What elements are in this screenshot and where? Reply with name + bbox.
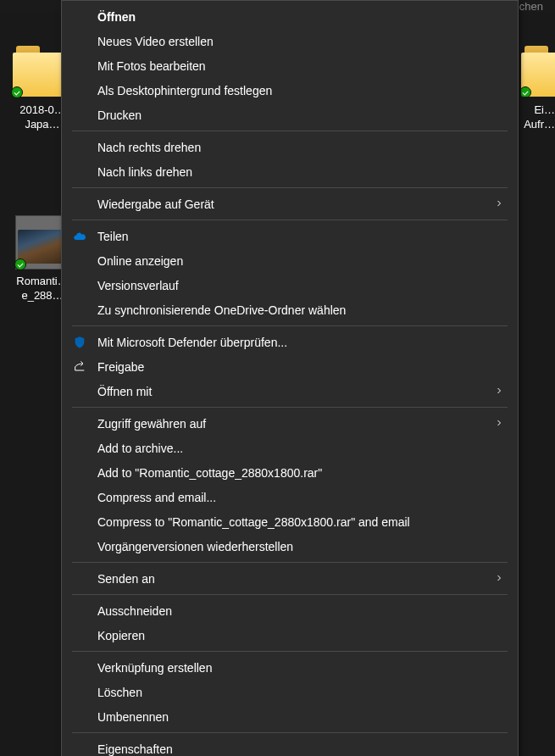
menu-delete[interactable]: Löschen bbox=[62, 680, 518, 704]
menu-copy[interactable]: Kopieren bbox=[62, 623, 518, 648]
menu-share[interactable]: Freigabe bbox=[62, 354, 518, 379]
menu-view-online[interactable]: Online anzeigen bbox=[62, 248, 518, 273]
cloud-icon bbox=[72, 229, 87, 244]
menu-separator bbox=[72, 562, 508, 563]
folder-icon bbox=[521, 46, 555, 97]
menu-open-with[interactable]: Öffnen mit bbox=[62, 379, 518, 403]
menu-separator bbox=[72, 187, 508, 188]
share-icon bbox=[72, 359, 87, 375]
menu-rotate-left[interactable]: Nach links drehen bbox=[62, 159, 518, 184]
menu-defender-scan[interactable]: Mit Microsoft Defender überprüfen... bbox=[62, 330, 518, 354]
menu-separator bbox=[72, 407, 508, 408]
menu-separator bbox=[72, 594, 508, 595]
menu-add-rar[interactable]: Add to "Romantic_cottage_2880x1800.rar" bbox=[62, 460, 518, 485]
menu-send-to[interactable]: Senden an bbox=[62, 566, 518, 591]
menu-rename[interactable]: Umbenennen bbox=[62, 704, 518, 729]
menu-open[interactable]: Öffnen bbox=[62, 4, 518, 29]
menu-set-wallpaper[interactable]: Als Desktophintergrund festlegen bbox=[62, 78, 518, 103]
menu-cast[interactable]: Wiedergabe auf Gerät bbox=[62, 192, 518, 216]
sync-status-icon bbox=[14, 258, 26, 270]
chevron-right-icon bbox=[494, 417, 504, 431]
menu-create-shortcut[interactable]: Verknüpfung erstellen bbox=[62, 655, 518, 680]
chevron-right-icon bbox=[494, 572, 504, 586]
menu-rotate-right[interactable]: Nach rechts drehen bbox=[62, 135, 518, 159]
menu-restore-previous[interactable]: Vorgängerversionen wiederherstellen bbox=[62, 534, 518, 559]
menu-separator bbox=[72, 732, 508, 733]
menu-edit-photos[interactable]: Mit Fotos bearbeiten bbox=[62, 53, 518, 78]
menu-add-archive[interactable]: Add to archive... bbox=[62, 436, 518, 460]
menu-choose-onedrive-folders[interactable]: Zu synchronisierende OneDrive-Ordner wäh… bbox=[62, 297, 518, 322]
context-menu: Öffnen Neues Video erstellen Mit Fotos b… bbox=[61, 0, 519, 756]
chevron-right-icon bbox=[494, 197, 504, 211]
menu-compress-rar-email[interactable]: Compress to "Romantic_cottage_2880x1800.… bbox=[62, 509, 518, 534]
sync-status-icon bbox=[11, 86, 23, 98]
sync-status-icon bbox=[521, 86, 531, 97]
menu-separator bbox=[72, 131, 508, 131]
menu-properties[interactable]: Eigenschaften bbox=[62, 737, 518, 756]
menu-cut[interactable]: Ausschneiden bbox=[62, 598, 518, 623]
shield-icon bbox=[72, 335, 87, 350]
menu-onedrive-share[interactable]: Teilen bbox=[62, 224, 518, 248]
chevron-right-icon bbox=[494, 385, 504, 398]
menu-grant-access[interactable]: Zugriff gewähren auf bbox=[62, 411, 518, 436]
menu-compress-email[interactable]: Compress and email... bbox=[62, 485, 518, 509]
menu-separator bbox=[72, 325, 508, 326]
menu-new-video[interactable]: Neues Video erstellen bbox=[62, 29, 518, 53]
menu-separator bbox=[72, 651, 508, 652]
menu-print[interactable]: Drucken bbox=[62, 103, 518, 127]
menu-separator bbox=[72, 220, 508, 220]
menu-version-history[interactable]: Versionsverlauf bbox=[62, 273, 518, 297]
